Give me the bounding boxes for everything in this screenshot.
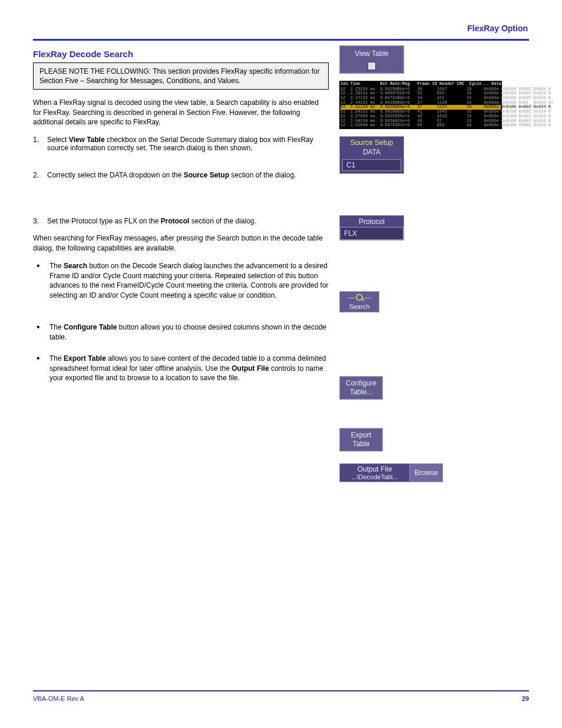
bullet-export: The Export Table allows you to save cont…: [33, 354, 329, 383]
step-3-text-c: section of the dialog.: [189, 217, 256, 225]
browse-button[interactable]: Browse: [410, 463, 443, 482]
source-setup-panel: Source Setup DATA C1: [339, 136, 404, 174]
footer-left: VBA-OM-E Rev A: [33, 695, 84, 702]
post-steps-paragraph: When searching for FlexRay messages, aft…: [33, 233, 329, 253]
configure-table-label-2: Table...: [350, 388, 373, 397]
bullet-export-d: Output File: [232, 364, 269, 373]
section-title: FlexRay Decode Search: [33, 49, 329, 59]
protocol-label: Protocol: [340, 216, 404, 227]
protocol-panel: Protocol FLX: [339, 215, 404, 241]
source-setup-title: Source Setup: [340, 137, 404, 147]
export-table-label-2: Table: [353, 440, 370, 449]
note-callout: PLEASE NOTE THE FOLLOWING: This section …: [33, 62, 329, 90]
source-setup-data-dropdown[interactable]: C1: [342, 159, 401, 171]
search-button-label: Search: [349, 303, 370, 310]
view-table-checkbox[interactable]: [368, 62, 376, 70]
step-2-text-a: Correctly select the DATA dropdown on th…: [47, 171, 184, 179]
bullet-search: The Search button on the Decode Search d…: [33, 261, 329, 300]
step-1: 1. Select View Table checkbox on the Ser…: [33, 136, 329, 152]
step-1-text-a: Select: [47, 136, 69, 144]
search-icon: [348, 294, 371, 302]
step-2-number: 2.: [33, 171, 42, 179]
view-table-label: View Table: [355, 50, 389, 58]
step-3-bold: Protocol: [161, 217, 190, 225]
output-file-path-field[interactable]: ...\DecodeTabl...: [346, 473, 404, 480]
source-setup-sub: DATA: [340, 147, 404, 157]
step-2-bold: Source Setup: [184, 171, 229, 179]
step-3-number: 3.: [33, 217, 42, 225]
step-1-bold: View Table: [69, 136, 105, 144]
configure-table-button[interactable]: Configure Table...: [339, 376, 383, 400]
step-2: 2. Correctly select the DATA dropdown on…: [33, 171, 329, 179]
bullet-configure-a: The: [49, 323, 64, 331]
decode-table-preview: Idx Time Bit Rate/Msg Frame ID Header CR…: [339, 81, 502, 129]
page-header-caption: FlexRay Option: [33, 24, 529, 33]
decode-table-row[interactable]: 52 2.62580 ms 9.9970381e+6 48 884 15 0x0…: [340, 123, 501, 128]
decode-table-header: Idx Time Bit Rate/Msg Frame ID Header CR…: [340, 82, 501, 87]
bullet-search-c: button on the Decode Search dialog launc…: [49, 262, 329, 299]
header-rule: [33, 39, 529, 41]
configure-table-label-1: Configure: [346, 379, 376, 388]
output-file-label: Output File: [346, 465, 404, 473]
footer-rule: [33, 690, 529, 691]
view-table-button[interactable]: View Table: [339, 45, 404, 74]
bullet-search-a: The: [49, 262, 64, 270]
intro-paragraph: When a FlexRay signal is decoded using t…: [33, 98, 329, 127]
bullet-search-b: Search: [64, 262, 87, 270]
step-3: 3. Set the Protocol type as FLX on the P…: [33, 217, 329, 225]
bullet-export-b: Export Table: [64, 354, 106, 363]
bullet-configure-b: Configure Table: [64, 323, 117, 331]
export-table-button[interactable]: Export Table: [339, 428, 383, 452]
search-button[interactable]: Search: [339, 291, 379, 312]
step-2-text-c: section of the dialog.: [229, 171, 296, 179]
protocol-dropdown[interactable]: FLX: [340, 227, 404, 240]
bullet-configure: The Configure Table button allows you to…: [33, 322, 329, 342]
footer-page-number: 29: [522, 695, 529, 702]
output-file-group: Output File ...\DecodeTabl... Browse: [339, 463, 443, 482]
step-1-number: 1.: [33, 136, 42, 152]
step-3-text-a: Set the Protocol type as FLX on the: [47, 217, 161, 225]
bullet-export-a: The: [49, 354, 64, 363]
export-table-label-1: Export: [351, 431, 372, 440]
